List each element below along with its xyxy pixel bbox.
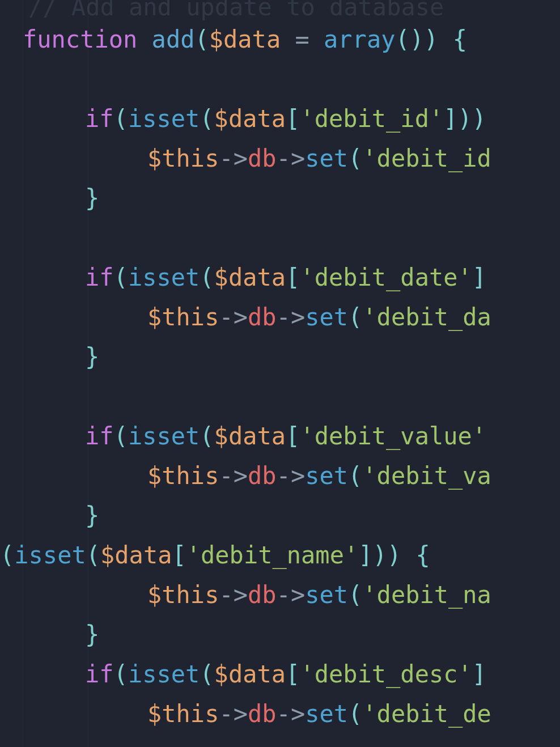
token-var: $data (214, 422, 286, 450)
code-line: } (85, 615, 99, 655)
token-brace: ( (114, 660, 128, 688)
token-arr: -> (219, 700, 248, 728)
token-arr: -> (277, 581, 306, 609)
token-punct: = (281, 26, 324, 53)
token-var: $this (147, 145, 219, 172)
code-line: } (85, 496, 99, 536)
token-brace: } (85, 184, 99, 212)
token-brace: { (453, 26, 467, 53)
token-punct (438, 26, 452, 53)
token-brace: [ (286, 422, 300, 450)
token-prop: db (248, 581, 277, 609)
token-keyword: function (23, 26, 137, 53)
token-arr: -> (219, 145, 248, 172)
token-string: 'debit_da (362, 303, 491, 331)
token-brace: ( (348, 303, 362, 331)
token-arr: -> (219, 581, 248, 609)
token-var: $this (147, 462, 219, 490)
token-arr: -> (277, 462, 306, 490)
token-var: $data (209, 26, 281, 53)
token-funccall: array (324, 26, 395, 53)
code-line: $this->db->set('debit_na (147, 575, 491, 615)
token-brace: ( (200, 422, 214, 450)
code-line: $this->db->set('debit_id (147, 139, 491, 179)
token-brace: ( (114, 422, 128, 450)
token-funccall: isset (128, 264, 200, 291)
token-var: $data (214, 264, 286, 291)
token-brace: ) (387, 541, 401, 569)
token-brace: ( (86, 541, 100, 569)
token-funccall: isset (128, 660, 200, 688)
token-brace: [ (286, 264, 300, 291)
token-brace: { (415, 541, 430, 569)
code-line: } (85, 337, 99, 377)
token-var: $data (100, 541, 172, 569)
token-prop: db (248, 462, 277, 490)
token-funccall: set (305, 145, 348, 172)
token-funccall: set (305, 700, 348, 728)
code-line: if(isset($data['debit_value' (85, 417, 486, 456)
token-arr: -> (277, 145, 306, 172)
code-line: if(isset($data['debit_desc'] (85, 655, 486, 694)
token-brace: ] (358, 541, 372, 569)
token-arr: -> (219, 303, 248, 331)
token-funccall: isset (14, 541, 86, 569)
code-line: $this->db->set('debit_da (147, 298, 491, 337)
token-brace: ( (200, 660, 214, 688)
token-brace: ( (194, 26, 209, 53)
token-brace: ) (472, 105, 486, 133)
token-string: 'debit_value' (300, 422, 486, 450)
token-string: 'debit_va (362, 462, 491, 490)
token-brace: ( (348, 700, 362, 728)
token-brace: ( (348, 462, 362, 490)
token-brace: [ (172, 541, 186, 569)
token-arr: -> (277, 700, 306, 728)
token-brace: ( (348, 581, 362, 609)
token-prop: db (248, 700, 277, 728)
token-string: 'debit_de (362, 700, 491, 728)
code-editor[interactable]: // Add and update to databasefunction ad… (0, 0, 560, 747)
token-var: $this (147, 700, 219, 728)
token-prop: db (248, 303, 277, 331)
token-funccall: set (305, 581, 348, 609)
code-line: (isset($data['debit_name'])) { (0, 536, 430, 575)
token-keyword: if (85, 660, 114, 688)
token-string: 'debit_na (362, 581, 491, 609)
token-var: $data (214, 660, 286, 688)
token-keyword: if (85, 105, 114, 133)
token-brace: ( (114, 105, 128, 133)
code-line: function add($data = array()) { (23, 20, 467, 60)
token-brace: [ (286, 105, 300, 133)
token-brace: () (395, 26, 424, 53)
token-string: 'debit_name' (186, 541, 358, 569)
token-string: 'debit_id (362, 145, 491, 172)
token-comment: // Add and update to database (28, 0, 444, 21)
token-funccall: isset (128, 105, 200, 133)
token-brace: ( (348, 145, 362, 172)
token-funccall: set (305, 303, 348, 331)
token-arr: -> (277, 303, 306, 331)
token-funccall: isset (128, 422, 200, 450)
token-punct (137, 26, 151, 53)
token-brace: ] (472, 660, 486, 688)
token-brace: ( (0, 541, 14, 569)
token-brace: ) (373, 541, 387, 569)
token-brace: } (85, 621, 99, 648)
token-prop: db (248, 145, 277, 172)
code-line: if(isset($data['debit_date'] (85, 258, 486, 298)
token-arr: -> (219, 462, 248, 490)
token-brace: ( (114, 264, 128, 291)
code-line: } (85, 179, 99, 218)
token-var: $this (147, 303, 219, 331)
token-funccall: set (305, 462, 348, 490)
token-brace: [ (286, 660, 300, 688)
token-punct (401, 541, 415, 569)
token-brace: ( (200, 105, 214, 133)
token-string: 'debit_id' (300, 105, 443, 133)
token-keyword: if (85, 422, 114, 450)
token-keyword: if (85, 264, 114, 291)
code-line: if(isset($data['debit_id'])) (85, 99, 486, 139)
token-var: $data (214, 105, 286, 133)
token-brace: } (85, 502, 99, 529)
token-brace: ] (443, 105, 457, 133)
